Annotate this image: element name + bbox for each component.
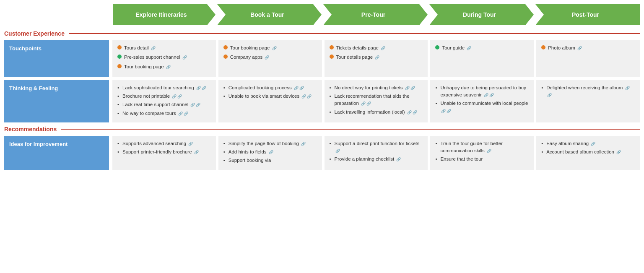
ideas-cell-3: Support a direct print function for tick… bbox=[325, 136, 428, 170]
link-icon[interactable]: 🔗 bbox=[335, 148, 340, 154]
link-icon[interactable]: 🔗 bbox=[625, 86, 630, 91]
touchpoints-cell-3: Tickets details page 🔗 Tour details page… bbox=[325, 40, 428, 77]
touchpoints-cell-2: Tour booking page 🔗 Company apps 🔗 bbox=[218, 40, 322, 77]
link-icon[interactable]: 🔗 bbox=[151, 46, 156, 52]
list-item: No way to compare tours 🔗🔗 bbox=[117, 110, 211, 117]
list-item: Lack travelling information (local) 🔗🔗 bbox=[330, 109, 423, 116]
link-icon[interactable]: 🔗 bbox=[487, 148, 491, 154]
green-dot bbox=[435, 45, 439, 49]
journey-bar: Explore Itineraries Book a Tour Pre-Tour… bbox=[113, 4, 640, 25]
page-wrapper: Explore Itineraries Book a Tour Pre-Tour… bbox=[0, 0, 644, 177]
list-item: Support printer-friendly brochure 🔗 bbox=[117, 148, 211, 156]
thinking-cell-1: Lack sophisticated tour searching 🔗🔗 Bro… bbox=[112, 80, 216, 122]
link-icon[interactable]: 🔗 bbox=[272, 46, 277, 52]
list-item: Simplify the page flow of booking 🔗 bbox=[223, 140, 317, 147]
link-icon[interactable]: 🔗 bbox=[301, 141, 306, 147]
link-icon[interactable]: 🔗 bbox=[616, 150, 621, 156]
thinking-cell-2: Complicated booking process 🔗🔗 Unable to… bbox=[218, 80, 322, 122]
link-icon[interactable]: 🔗 bbox=[405, 86, 410, 91]
step-pre-tour[interactable]: Pre-Tour bbox=[323, 4, 428, 25]
list-item: Lack recommendation that aids the prepar… bbox=[330, 93, 423, 107]
thinking-feeling-label: Thinking & Feeling bbox=[4, 80, 109, 122]
touchpoint-item: Pre-sales support channel 🔗 bbox=[117, 54, 211, 61]
link-icon[interactable]: 🔗 bbox=[407, 110, 412, 116]
orange-dot bbox=[541, 45, 545, 49]
link-icon[interactable]: 🔗 bbox=[196, 86, 201, 91]
thinking-cell-3: No direct way for printing tickets 🔗🔗 La… bbox=[325, 80, 428, 122]
link-icon[interactable]: 🔗 bbox=[484, 93, 488, 99]
flag-icon[interactable]: 🔗 bbox=[184, 111, 188, 117]
link-icon[interactable]: 🔗 bbox=[441, 109, 446, 114]
touchpoint-item: Company apps 🔗 bbox=[223, 54, 317, 61]
link-icon[interactable]: 🔗 bbox=[190, 102, 195, 108]
link-icon[interactable]: 🔗 bbox=[188, 141, 193, 147]
link-icon[interactable]: 🔗 bbox=[172, 94, 177, 100]
list-item: Unable to book via smart devices 🔗🔗 bbox=[223, 93, 317, 100]
flag-icon[interactable]: 🔗 bbox=[177, 94, 182, 100]
link-icon[interactable]: 🔗 bbox=[577, 46, 582, 52]
flag-icon[interactable]: 🔗 bbox=[196, 102, 200, 108]
ideas-cell-2: Simplify the page flow of booking 🔗 Add … bbox=[218, 136, 322, 170]
step-book-a-tour[interactable]: Book a Tour bbox=[217, 4, 322, 25]
touchpoints-cell-4: Tour guide 🔗 bbox=[430, 40, 534, 77]
touchpoints-label: Touchpoints bbox=[4, 40, 109, 77]
link-icon[interactable]: 🔗 bbox=[396, 157, 401, 163]
link-icon[interactable]: 🔗 bbox=[381, 46, 385, 52]
ideas-cell-1: Supports advanced searching 🔗 Support pr… bbox=[112, 136, 216, 170]
ideas-row: Ideas for Improvement Supports advanced … bbox=[4, 136, 640, 170]
flag-icon[interactable]: 🔗 bbox=[366, 101, 371, 107]
customer-experience-header: Customer Experience bbox=[4, 30, 640, 37]
flag-icon[interactable]: 🔗 bbox=[413, 110, 417, 116]
thinking-feeling-row: Thinking & Feeling Lack sophisticated to… bbox=[4, 80, 640, 122]
list-item: Unable to communicate with local people … bbox=[435, 100, 529, 114]
list-item: Add hints to fields 🔗 bbox=[223, 148, 317, 156]
list-item: Support a direct print function for tick… bbox=[330, 140, 423, 155]
link-icon[interactable]: 🔗 bbox=[178, 111, 183, 117]
list-item: Supports advanced searching 🔗 bbox=[117, 140, 211, 147]
touchpoints-row: Touchpoints Tours detail 🔗 Pre-sales sup… bbox=[4, 40, 640, 77]
orange-dot bbox=[117, 64, 122, 68]
ideas-label: Ideas for Improvement bbox=[4, 136, 109, 170]
list-item: Support booking via bbox=[223, 157, 317, 164]
link-icon[interactable]: 🔗 bbox=[591, 141, 595, 147]
recommendations-header: Recommendations bbox=[4, 126, 640, 133]
green-dot bbox=[117, 55, 122, 59]
flag-icon[interactable]: 🔗 bbox=[299, 86, 304, 91]
link-icon[interactable]: 🔗 bbox=[301, 94, 306, 100]
flag-icon[interactable]: 🔗 bbox=[307, 94, 312, 100]
link-icon[interactable]: 🔗 bbox=[294, 86, 299, 91]
touchpoint-item: Tour booking page 🔗 bbox=[223, 44, 317, 52]
list-item: No direct way for printing tickets 🔗🔗 bbox=[330, 84, 423, 91]
touchpoint-item: Tour booking page 🔗 bbox=[117, 63, 211, 70]
link-icon[interactable]: 🔗 bbox=[182, 55, 187, 61]
step-explore-itineraries[interactable]: Explore Itineraries bbox=[113, 4, 216, 25]
link-icon[interactable]: 🔗 bbox=[269, 150, 273, 156]
orange-dot bbox=[117, 45, 122, 49]
list-item: Provide a planning checklist 🔗 bbox=[330, 156, 423, 163]
link-icon[interactable]: 🔗 bbox=[467, 46, 471, 52]
list-item: Easy album sharing 🔗 bbox=[541, 140, 635, 147]
link-icon[interactable]: 🔗 bbox=[166, 65, 171, 70]
list-item: Delighted when receiving the album 🔗🔗 bbox=[541, 84, 635, 99]
orange-dot bbox=[330, 55, 334, 59]
flag-icon[interactable]: 🔗 bbox=[489, 93, 494, 99]
thinking-cell-4: Unhappy due to being persuaded to buy ex… bbox=[430, 80, 534, 122]
touchpoint-item: Tickets details page 🔗 bbox=[330, 44, 423, 52]
list-item: Lack real-time support channel 🔗🔗 bbox=[117, 101, 211, 108]
link-icon[interactable]: 🔗 bbox=[265, 55, 269, 61]
header-line bbox=[69, 33, 640, 34]
flag-icon[interactable]: 🔗 bbox=[447, 109, 451, 114]
link-icon[interactable]: 🔗 bbox=[194, 150, 199, 156]
flag-icon[interactable]: 🔗 bbox=[547, 93, 552, 99]
step-post-tour[interactable]: Post-Tour bbox=[535, 4, 640, 25]
orange-dot bbox=[223, 55, 228, 59]
flag-icon[interactable]: 🔗 bbox=[202, 86, 206, 91]
orange-dot bbox=[330, 45, 334, 49]
link-icon[interactable]: 🔗 bbox=[361, 101, 366, 107]
flag-icon[interactable]: 🔗 bbox=[410, 86, 415, 91]
touchpoints-cell-1: Tours detail 🔗 Pre-sales support channel… bbox=[112, 40, 216, 77]
touchpoint-item: Tour details page 🔗 bbox=[330, 54, 423, 61]
step-during-tour[interactable]: During Tour bbox=[429, 4, 534, 25]
link-icon[interactable]: 🔗 bbox=[375, 55, 379, 61]
thinking-cell-5: Delighted when receiving the album 🔗🔗 bbox=[536, 80, 640, 122]
